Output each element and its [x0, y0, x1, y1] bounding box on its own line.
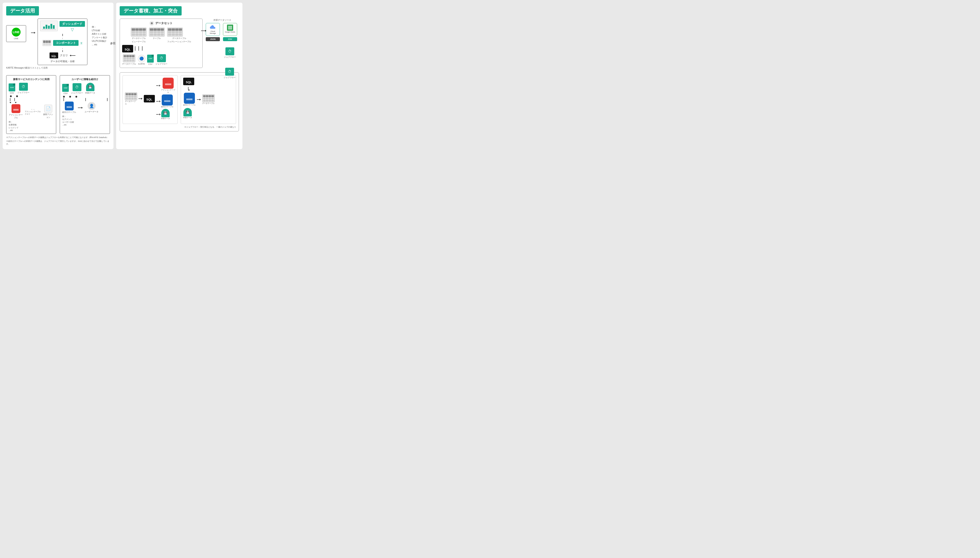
- bl-action-block: ··· アクションテーブル: [161, 78, 175, 94]
- csv-block-rp: CSV CSV: [147, 55, 154, 65]
- karte-icon: 🔵: [138, 55, 145, 62]
- bl-action-icon: ···: [162, 78, 174, 89]
- json-box: JSON: [206, 37, 220, 41]
- jobflow-bottom-badge: ⏱ ジョブフロー: [224, 68, 236, 79]
- sheets-icon: [227, 25, 233, 31]
- flow-row-1: データテーブル ··· SQL: [125, 78, 175, 120]
- br-extdata-block: 💾 外部データ: [85, 83, 95, 95]
- csv-label-rp: CSV: [148, 63, 152, 65]
- bottom-left-title: 接客サービスのコンテンツに利用: [9, 78, 54, 81]
- csv-ext-box: CSV: [223, 37, 237, 41]
- sheets-label: Google Sheets: [225, 31, 236, 33]
- br-icons-row: CSV CSV ⏱ ジョブフロー 💾 外部データ: [62, 83, 107, 95]
- br-link-dt-arrow: [197, 98, 201, 100]
- ext-sources-box: 外部データソース Cloud Storage: [206, 18, 239, 41]
- br-csv-icon: CSV: [62, 84, 69, 92]
- right-panel: データ蓄積、加工・突合 ⊞ データセット: [116, 3, 243, 149]
- query-row: ··· SQL クエリ: [40, 53, 85, 58]
- br-extdata-row: 💾 外部データ: [183, 108, 234, 119]
- dashboard-mini: [40, 21, 58, 31]
- br-dt-icon: [202, 95, 215, 102]
- left-content: LINE LINE: [6, 18, 110, 146]
- contact-action-icon: 📄: [44, 105, 52, 113]
- br-dt-block: データテーブル: [202, 95, 215, 105]
- dataset-box: ⊞ データセット データテーブル ビューテーブル: [120, 18, 203, 68]
- link-table-label: 紐付けテーブル: [62, 111, 76, 114]
- sheets-grid: [228, 26, 232, 30]
- karte-label: KARTE: [138, 63, 145, 65]
- bl-action-label: アクションテーブル: [161, 89, 175, 94]
- top-right-area: ⊞ データセット データテーブル ビューテーブル: [120, 18, 239, 68]
- bl-action-row: ··· アクションテーブル ←→ アクションテーブル クエリ: [9, 104, 54, 119]
- fork-mid: ··· 紐付けテーブル: [156, 95, 174, 108]
- ext-grid: Cloud Storage Google Sheets: [206, 23, 239, 41]
- jobflow-rp-label: ジョブフロー: [156, 62, 167, 66]
- jobflow-top-icon: ⏱: [225, 48, 234, 55]
- sql-row: ··· SQL: [122, 45, 200, 53]
- note2: ※紐付けテーブルへの外部データ連携は、ジョブフローにて実行していますが、GUIに…: [6, 140, 110, 146]
- action-query-arrow: ←→ アクションテーブル クエリ: [25, 108, 41, 115]
- bl-link-label: 紐付けテーブル: [161, 105, 174, 108]
- query-arrow: [70, 55, 75, 56]
- bottom-right-title: ユーザーに情報を紐付け: [62, 78, 107, 81]
- link-table-block: ··· 紐付けテーブル: [62, 102, 76, 114]
- contact-action-block: 📄 接客アクション: [43, 105, 54, 119]
- sql-icon-big: ··· SQL: [122, 45, 133, 53]
- funnel-icon: ▽: [59, 27, 85, 32]
- chart-bars: [42, 22, 56, 29]
- fork-top: ··· アクションテーブル: [156, 78, 175, 94]
- csv-block: CSV CSV: [9, 84, 15, 94]
- right-panel-header: データ蓄積、加工・突合: [120, 6, 239, 18]
- jobflow-rp: ⏱ ジョブフロー: [156, 54, 167, 66]
- br-example-text: 例： セグメント ユーザー分析 ...etc: [62, 115, 107, 126]
- examples-text: 例： LTV分析 A/Bテスト分析 アンケート集計 UU,PV,SS集計 ...…: [92, 25, 107, 46]
- filter-icon: ⧖: [80, 41, 82, 45]
- bl-fork: ··· アクションテーブル: [156, 78, 175, 120]
- bottom-dt-label: データテーブル: [122, 62, 136, 66]
- google-sheets-box: Google Sheets: [223, 23, 237, 36]
- cloud-storage-icon: [209, 25, 216, 30]
- jobflow-rp-icon: ⏱: [157, 54, 166, 62]
- left-panel: データ活用 LINE LINE: [3, 3, 113, 149]
- table-icon: [149, 28, 165, 36]
- link-table-icon: ···: [65, 102, 74, 110]
- jobflow-block: ⏱ ジョブフロー: [18, 83, 29, 94]
- line-icon: LINE: [12, 28, 21, 36]
- dataset-title: データセット: [155, 21, 172, 25]
- br-dt-label: データテーブル: [202, 102, 215, 105]
- line-label: LINE: [9, 38, 24, 39]
- user-icon: 👤: [88, 102, 95, 110]
- jobflow-rp-inner: ⏱: [157, 54, 166, 62]
- vis-box: ダッシュボード ▽ ↓ コンポーネント: [38, 18, 87, 65]
- br-flow: ··· SQL ···: [183, 78, 234, 119]
- bl-extdata-block: 💾 外部データ: [161, 109, 170, 120]
- br-extdata-icon: 💾: [86, 83, 95, 91]
- br-link-dt-row: ··· 紐付けテーブル: [183, 93, 234, 106]
- fed-table-sublabel: フェデレーションテーブル: [167, 40, 191, 43]
- br-extdata-label: 外部データ: [85, 92, 95, 95]
- jobflow-top-label: ジョブフロー: [224, 56, 236, 59]
- bottom-left-col: データテーブル ··· SQL: [123, 75, 178, 124]
- bl-dt-label: データテーブル: [125, 100, 137, 105]
- comp-to-query-arrow: [62, 50, 63, 52]
- br-jobflow-icon: ⏱: [72, 83, 81, 91]
- sql-to-tables: [135, 46, 143, 51]
- sql-icon: ··· SQL: [49, 53, 58, 58]
- br-arrow-down: [188, 87, 234, 91]
- user-data-block: 👤 ユーザーデータ: [85, 102, 98, 113]
- bottom-data-row: データテーブル 🔵 KARTE CSV CSV: [122, 54, 200, 66]
- view-table-label: データテーブル: [131, 37, 146, 40]
- br-lines: [64, 98, 107, 101]
- link-to-user-arrow: [78, 107, 83, 108]
- br-link-block: ··· 紐付けテーブル: [183, 93, 195, 106]
- dataset-title-row: ⊞ データセット: [122, 21, 200, 25]
- dashboard-label-box: ダッシュボード ▽: [59, 21, 85, 32]
- br-sql-icon: ··· SQL: [183, 78, 194, 85]
- sankohu-label: 参照: [110, 41, 115, 45]
- jobflow-bottom-label: ジョブフロー: [224, 76, 236, 79]
- table-label: テーブル: [149, 37, 165, 40]
- br-csv-block: CSV CSV: [62, 84, 69, 95]
- dashboard-row: ダッシュボード ▽: [40, 21, 85, 33]
- bl-dt-block: データテーブル: [125, 92, 137, 105]
- bottom-right-col: ··· SQL ···: [181, 75, 236, 124]
